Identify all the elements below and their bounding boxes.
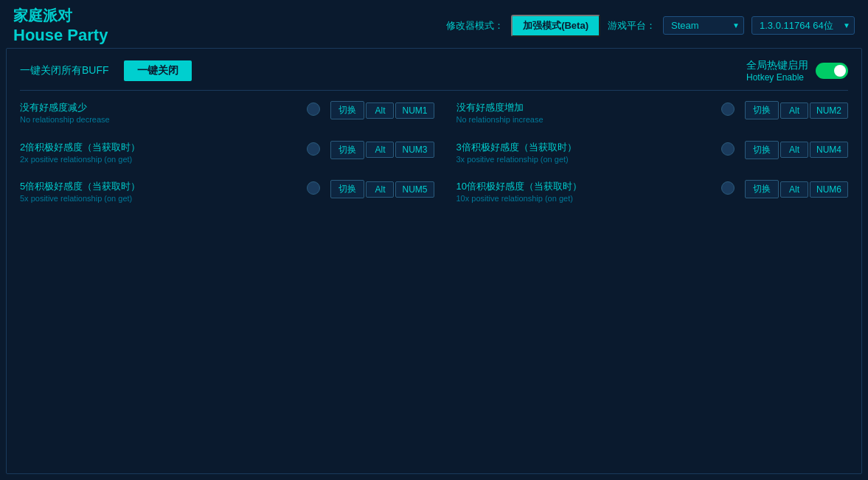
hotkey-combo-1: 切换 Alt NUM2 — [745, 101, 848, 119]
version-select-wrapper[interactable]: 1.3.0.11764 64位 — [751, 16, 855, 35]
hotkey-mod-4: Alt — [366, 181, 394, 198]
title-en: House Party — [13, 26, 108, 45]
hotkey-switch-2[interactable]: 切换 — [330, 141, 364, 159]
top-controls: 修改器模式： 加强模式(Beta) 游戏平台： Steam 1.3.0.1176… — [446, 6, 855, 45]
cheat-item-rel-5x: 5倍积极好感度（当获取时） 5x positive relationship (… — [20, 173, 434, 212]
cheat-name-en-2: 2x positive relationship (on get) — [20, 154, 296, 165]
hotkey-key-5: NUM6 — [810, 181, 848, 198]
close-all-label: 一键关闭所有BUFF — [20, 64, 109, 77]
hotkey-mod-2: Alt — [366, 142, 394, 158]
modify-mode-label: 修改器模式： — [446, 19, 504, 32]
cheat-toggle-0[interactable] — [307, 102, 320, 116]
app-container: 家庭派对 House Party 修改器模式： 加强模式(Beta) 游戏平台：… — [0, 0, 868, 480]
cheat-info-2: 2倍积极好感度（当获取时） 2x positive relationship (… — [20, 141, 296, 166]
cheat-name-cn-5: 10倍积极好感度（当获取时） — [456, 180, 711, 193]
close-all-button[interactable]: 一键关闭 — [124, 60, 192, 81]
hotkey-switch-5[interactable]: 切换 — [745, 180, 779, 198]
hotkey-combo-2: 切换 Alt NUM3 — [330, 141, 434, 159]
hotkey-label-cn: 全局热键启用 — [746, 59, 808, 72]
cheat-item-rel-10x: 10倍积极好感度（当获取时） 10x positive relationship… — [456, 173, 849, 212]
cheat-toggle-5[interactable] — [721, 181, 735, 195]
hotkey-key-0: NUM1 — [395, 102, 434, 119]
cheat-name-en-0: No relationship decrease — [20, 114, 296, 125]
cheat-toggle-3[interactable] — [721, 142, 735, 156]
hotkey-section: 全局热键启用 Hotkey Enable — [746, 59, 848, 83]
toolbar: 一键关闭所有BUFF 一键关闭 全局热键启用 Hotkey Enable — [20, 49, 848, 91]
hotkey-key-4: NUM5 — [395, 181, 434, 198]
left-column: 没有好感度减少 No relationship decrease 切换 Alt … — [20, 94, 434, 212]
hotkey-key-1: NUM2 — [810, 102, 848, 119]
cheat-name-cn-1: 没有好感度增加 — [456, 101, 711, 114]
hotkey-mod-5: Alt — [780, 181, 808, 198]
hotkey-switch-1[interactable]: 切换 — [745, 101, 779, 119]
hotkey-switch-4[interactable]: 切换 — [330, 180, 364, 198]
cheat-info-5: 10倍积极好感度（当获取时） 10x positive relationship… — [456, 180, 711, 205]
hotkey-combo-5: 切换 Alt NUM6 — [745, 180, 848, 198]
cheat-item-no-rel-decrease: 没有好感度减少 No relationship decrease 切换 Alt … — [20, 94, 434, 133]
cheat-toggle-4[interactable] — [307, 181, 320, 195]
cheat-name-en-3: 3x positive relationship (on get) — [456, 154, 711, 165]
hotkey-switch-3[interactable]: 切换 — [745, 141, 779, 159]
platform-select[interactable]: Steam — [663, 16, 744, 35]
platform-select-wrapper[interactable]: Steam — [663, 16, 744, 35]
cheat-name-en-5: 10x positive relationship (on get) — [456, 193, 711, 204]
title-block: 家庭派对 House Party — [13, 6, 108, 45]
cheat-item-rel-2x: 2倍积极好感度（当获取时） 2x positive relationship (… — [20, 133, 434, 173]
cheat-name-en-1: No relationship increase — [456, 114, 711, 125]
cheat-info-1: 没有好感度增加 No relationship increase — [456, 101, 711, 126]
hotkey-labels: 全局热键启用 Hotkey Enable — [746, 59, 808, 83]
hotkey-key-2: NUM3 — [395, 142, 434, 158]
cheat-name-cn-3: 3倍积极好感度（当获取时） — [456, 141, 711, 154]
cheat-name-en-4: 5x positive relationship (on get) — [20, 193, 296, 204]
cheat-info-3: 3倍积极好感度（当获取时） 3x positive relationship (… — [456, 141, 711, 166]
beta-mode-button[interactable]: 加强模式(Beta) — [511, 15, 600, 37]
hotkey-label-en: Hotkey Enable — [746, 72, 808, 83]
hotkey-combo-3: 切换 Alt NUM4 — [745, 141, 848, 159]
hotkey-switch-0[interactable]: 切换 — [330, 101, 364, 119]
cheat-name-cn-4: 5倍积极好感度（当获取时） — [20, 180, 296, 193]
cheat-toggle-2[interactable] — [307, 142, 320, 156]
right-column: 没有好感度增加 No relationship increase 切换 Alt … — [434, 94, 849, 212]
title-cn: 家庭派对 — [13, 6, 108, 26]
cheat-toggle-1[interactable] — [721, 102, 735, 116]
hotkey-combo-0: 切换 Alt NUM1 — [330, 101, 434, 119]
version-select[interactable]: 1.3.0.11764 64位 — [751, 16, 855, 35]
hotkey-toggle[interactable] — [816, 63, 848, 79]
cheats-grid: 没有好感度减少 No relationship decrease 切换 Alt … — [20, 91, 848, 212]
hotkey-mod-0: Alt — [366, 102, 394, 119]
hotkey-mod-3: Alt — [780, 142, 808, 158]
cheat-name-cn-0: 没有好感度减少 — [20, 101, 296, 114]
cheat-info-4: 5倍积极好感度（当获取时） 5x positive relationship (… — [20, 180, 296, 205]
platform-label: 游戏平台： — [608, 19, 656, 32]
cheat-name-cn-2: 2倍积极好感度（当获取时） — [20, 141, 296, 154]
cheat-item-no-rel-increase: 没有好感度增加 No relationship increase 切换 Alt … — [456, 94, 849, 133]
cheat-info-0: 没有好感度减少 No relationship decrease — [20, 101, 296, 126]
hotkey-combo-4: 切换 Alt NUM5 — [330, 180, 434, 198]
cheat-item-rel-3x: 3倍积极好感度（当获取时） 3x positive relationship (… — [456, 133, 849, 173]
main-content: 一键关闭所有BUFF 一键关闭 全局热键启用 Hotkey Enable 没有好… — [6, 48, 862, 474]
hotkey-mod-1: Alt — [780, 102, 808, 119]
hotkey-key-3: NUM4 — [810, 142, 848, 158]
